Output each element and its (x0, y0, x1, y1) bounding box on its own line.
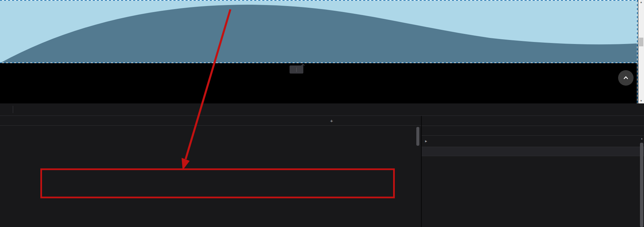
rules-panel: ▶ ▲ (422, 116, 644, 227)
highlighter-guide-bottom (0, 62, 638, 63)
expand-arrow-icon[interactable]: ▶ (425, 140, 427, 143)
styles-filter-input[interactable] (426, 128, 495, 133)
markup-scrollbar-thumb[interactable] (416, 127, 419, 146)
highlighted-svg-shape (0, 0, 638, 63)
page-scrollbar-thumb[interactable] (639, 38, 643, 46)
infobar-divider (296, 67, 297, 72)
scrollbar-up-icon[interactable]: ▲ (638, 1, 644, 4)
scrollbar-down-icon[interactable]: ▼ (638, 99, 644, 102)
pseudo-elements-row[interactable]: ▶ (422, 136, 644, 147)
highlighter-guide-top (0, 0, 638, 1)
styles-filter-bar (422, 126, 644, 136)
markup-tree (0, 126, 421, 127)
scroll-to-top-button[interactable] (618, 70, 634, 86)
pick-element-button[interactable] (0, 103, 12, 116)
wave-shape-svg (0, 0, 638, 63)
screen: ▲ ▼ + (0, 0, 644, 227)
html-search-input[interactable] (5, 118, 208, 123)
toolbar-separator (13, 106, 13, 113)
markup-panel: + (0, 116, 422, 227)
highlighter-guide-right (637, 0, 638, 103)
html-search-bar: + (0, 116, 421, 126)
chevron-up-icon (622, 75, 629, 81)
rules-scrollbar-thumb[interactable] (640, 143, 643, 227)
sidebar-tabs (422, 116, 644, 126)
devtools-panel: + ▶ ▲ (0, 103, 644, 227)
element-infobar (290, 65, 303, 74)
this-element-header (422, 147, 644, 156)
devtools-toolbar (0, 103, 644, 116)
rules-scrollbar-up-icon[interactable]: ▲ (641, 137, 643, 140)
create-node-button[interactable]: + (328, 117, 335, 124)
page-scrollbar[interactable]: ▲ ▼ (638, 0, 644, 103)
